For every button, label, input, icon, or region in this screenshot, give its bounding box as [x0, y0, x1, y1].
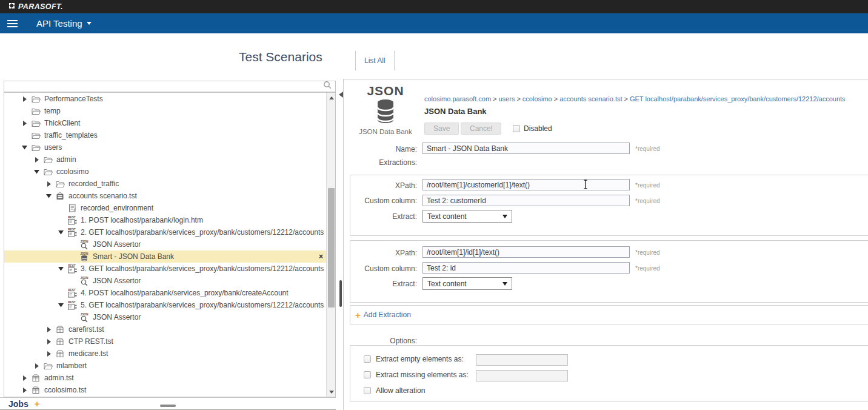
breadcrumb-link[interactable]: accounts scenario.tst — [559, 95, 622, 102]
parasoft-logo-text: PARASOFT. — [18, 2, 63, 11]
xpath-input[interactable] — [422, 179, 630, 190]
tree-item-label: JSON Assertor — [93, 240, 141, 249]
tree-item[interactable]: REST5. GET localhost/parabank/services_p… — [4, 299, 327, 311]
tree-item[interactable]: JSONJSON Assertor — [4, 275, 327, 287]
collapse-arrow-icon[interactable] — [58, 266, 64, 271]
expand-arrow-icon[interactable] — [33, 157, 39, 163]
tree-item[interactable]: mlambert — [4, 360, 327, 372]
scroll-down-icon[interactable] — [327, 387, 336, 397]
tree-item-label: ThickClient — [44, 119, 80, 127]
tree-item[interactable]: JSONJSON Assertor — [4, 311, 327, 323]
tree-item[interactable]: admin — [4, 153, 327, 166]
tree-item[interactable]: accounts scenario.tst — [4, 190, 327, 202]
expand-arrow-icon[interactable] — [45, 181, 52, 187]
tree-item[interactable]: REST4. POST localhost/parabank/services_… — [4, 287, 327, 299]
tree-item[interactable]: JSONSmart - JSON Data Bank× — [4, 250, 327, 263]
scroll-up-icon[interactable] — [327, 93, 336, 102]
collapse-arrow-icon[interactable] — [33, 169, 39, 174]
breadcrumb-link[interactable]: GET localhost/parabank/services_proxy/ba… — [630, 95, 846, 102]
api-testing-menu[interactable]: API Testing — [36, 18, 92, 29]
breadcrumb-link[interactable]: ccolosimo — [522, 95, 552, 102]
collapse-arrow-icon[interactable] — [58, 303, 64, 308]
name-input[interactable] — [422, 143, 630, 154]
tree-item[interactable]: medicare.tst — [4, 348, 327, 360]
allow-alteration-checkbox[interactable] — [364, 387, 371, 394]
custom-column-input[interactable] — [422, 195, 630, 206]
cancel-button[interactable]: Cancel — [461, 123, 501, 135]
tst-icon — [30, 386, 41, 394]
json-databank-icon-caption: JSON Data Bank — [356, 128, 415, 135]
custom-column-input[interactable] — [422, 262, 630, 274]
json-databank-icon-title: JSON — [356, 84, 415, 98]
tree-item[interactable]: REST3. GET localhost/parabank/services_p… — [4, 263, 327, 275]
xpath-input[interactable] — [422, 246, 630, 258]
required-label: *required — [635, 198, 660, 204]
tree-item[interactable]: REST1. POST localhost/parabank/login.htm — [4, 214, 327, 226]
tree-item-label: JSON Assertor — [93, 277, 141, 285]
tree-item-label: 4. POST localhost/parabank/services_prox… — [81, 289, 289, 297]
tree-item-label: admin.tst — [44, 374, 74, 382]
breadcrumb-link[interactable]: colosimo.parasoft.com — [424, 95, 491, 102]
tree-item[interactable]: PerformanceTests — [4, 93, 327, 105]
tree-item[interactable]: ccolosimo.tst — [4, 384, 327, 396]
collapse-arrow-icon[interactable] — [21, 145, 27, 150]
tree-item[interactable]: temp — [4, 105, 327, 117]
tree-item[interactable]: CTP REST.tst — [4, 335, 327, 348]
disabled-checkbox[interactable] — [513, 125, 520, 132]
expand-arrow-icon[interactable] — [21, 375, 27, 381]
expand-arrow-icon[interactable] — [33, 363, 39, 369]
tree-search-box — [4, 81, 336, 92]
tree-item[interactable]: recorded_environment — [4, 202, 327, 214]
tree-item[interactable]: REST2. GET localhost/parabank/services_p… — [4, 226, 327, 238]
jobs-label: Jobs — [8, 399, 28, 409]
search-icon[interactable] — [323, 81, 333, 92]
tree-scrollbar[interactable] — [326, 93, 335, 397]
hamburger-menu-icon[interactable] — [7, 18, 28, 29]
breadcrumb-link[interactable]: users — [498, 95, 515, 102]
expand-arrow-icon[interactable] — [45, 327, 52, 332]
tree-item-label: recorded_environment — [81, 204, 153, 212]
parasoft-logo[interactable]: PARASOFT. — [8, 1, 63, 12]
panel-collapse-icon[interactable] — [338, 89, 343, 100]
custom-column-label: Custom column: — [338, 264, 417, 273]
jobs-resize-handle[interactable] — [160, 405, 176, 407]
tree-item[interactable]: ccolosimo — [4, 166, 327, 178]
tree-item-label: admin — [56, 155, 76, 164]
add-extraction-bar[interactable]: + Add Extraction — [350, 305, 868, 324]
extract-select-value: Text content — [427, 280, 467, 288]
tree-item[interactable]: ThickClient — [4, 117, 327, 129]
expand-arrow-icon[interactable] — [21, 388, 27, 393]
extract-missing-checkbox[interactable] — [364, 371, 371, 378]
tree-item[interactable]: traffic_templates — [4, 129, 327, 141]
extract-select[interactable]: Text content — [422, 210, 512, 223]
tree-item[interactable]: JSONJSON Assertor — [4, 238, 327, 250]
extract-missing-input[interactable] — [476, 370, 568, 381]
tree-item[interactable]: recorded_traffic — [4, 178, 327, 190]
expand-arrow-icon[interactable] — [45, 351, 52, 357]
parasoft-logo-icon — [8, 1, 16, 12]
scrollbar-thumb[interactable] — [328, 188, 335, 308]
breadcrumb-separator: > — [623, 95, 630, 102]
save-button[interactable]: Save — [424, 123, 459, 135]
search-input[interactable] — [4, 82, 323, 91]
tree-item-label: medicare.tst — [68, 349, 108, 358]
close-icon[interactable]: × — [319, 252, 323, 261]
tree: PerformanceTeststempThickClienttraffic_t… — [4, 93, 327, 397]
tree-item[interactable]: carefirst.tst — [4, 323, 327, 335]
collapse-arrow-icon[interactable] — [45, 193, 52, 198]
name-label: Name: — [338, 145, 417, 153]
xpath-label: XPath: — [338, 249, 417, 257]
expand-arrow-icon[interactable] — [21, 96, 27, 102]
collapse-arrow-icon[interactable] — [58, 230, 64, 235]
extract-empty-checkbox[interactable] — [364, 355, 371, 363]
jobs-add-button[interactable]: + — [35, 398, 40, 409]
list-all-button[interactable]: List All — [356, 56, 394, 65]
tree-item[interactable]: users — [4, 141, 327, 153]
tree-item[interactable]: admin.tst — [4, 372, 327, 384]
extract-select[interactable]: Text content — [422, 277, 512, 290]
tst-icon — [55, 326, 65, 334]
extract-empty-input[interactable] — [476, 354, 568, 366]
expand-arrow-icon[interactable] — [21, 121, 27, 126]
expand-arrow-icon[interactable] — [45, 339, 52, 344]
required-label: *required — [635, 146, 660, 152]
